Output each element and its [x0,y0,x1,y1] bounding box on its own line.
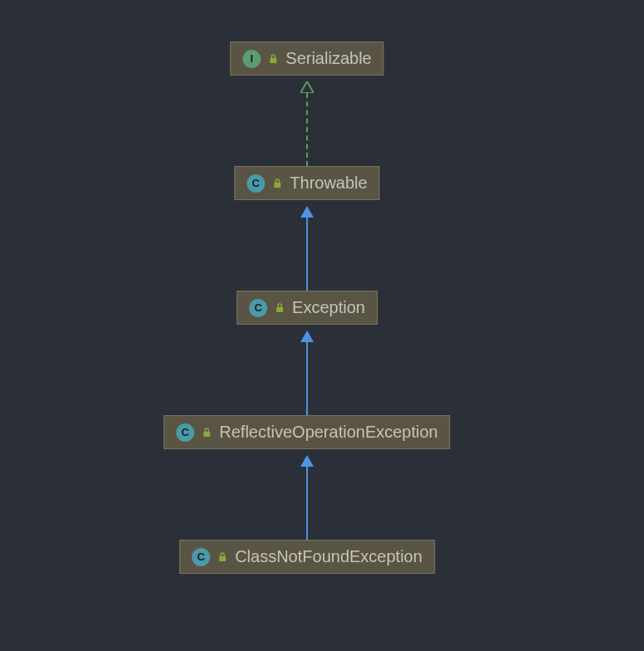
node-label: Serializable [285,49,371,68]
node-label: Throwable [290,174,367,193]
lock-icon [274,302,285,314]
node-label: ReflectiveOperationException [219,423,437,442]
class-badge-icon: C [249,299,267,317]
node-label: Exception [292,298,365,317]
class-badge-icon: C [192,548,210,566]
class-badge-icon: C [246,174,265,193]
node-exception[interactable]: C Exception [237,291,378,325]
lock-icon [201,427,212,438]
lock-icon [267,53,279,65]
edge-implements [306,93,308,166]
arrow-head-solid-icon [300,330,314,342]
edge-extends [306,467,308,540]
arrow-head-solid-icon [300,206,314,218]
svg-rect-1 [274,183,281,188]
interface-badge-icon: I [242,50,261,68]
class-badge-icon: C [176,423,194,442]
arrow-head-open-icon [300,81,314,93]
node-reflective-operation-exception[interactable]: C ReflectiveOperationException [163,415,450,449]
svg-rect-0 [270,58,276,63]
lock-icon [217,551,228,563]
node-serializable[interactable]: I Serializable [230,42,383,76]
lock-icon [271,178,283,189]
node-label: ClassNotFoundException [235,547,422,566]
svg-rect-3 [203,432,210,437]
edge-extends [306,342,308,415]
svg-rect-4 [219,556,226,561]
node-throwable[interactable]: C Throwable [234,166,379,200]
arrow-head-solid-icon [300,455,314,467]
edge-extends [306,218,308,291]
node-class-not-found-exception[interactable]: C ClassNotFoundException [179,540,435,574]
svg-rect-2 [276,307,283,312]
class-hierarchy-diagram: I Serializable C Throwable C Exception C… [0,0,644,651]
